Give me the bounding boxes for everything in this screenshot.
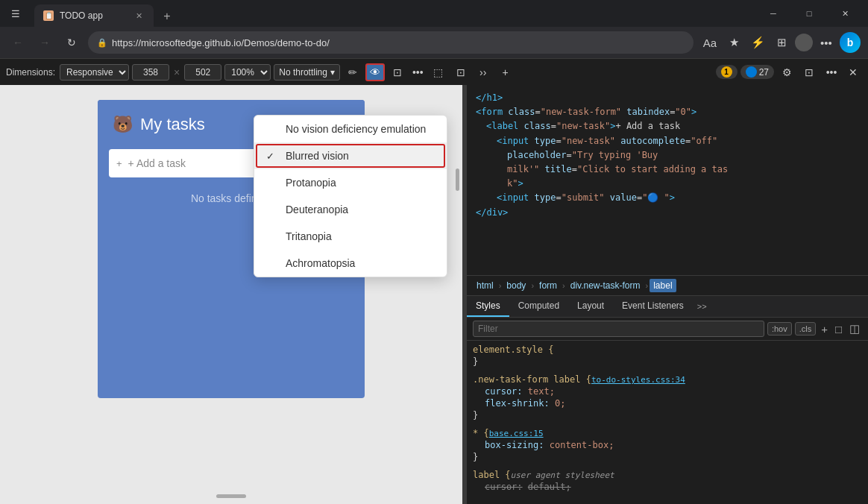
favorites-btn[interactable]: ★ (723, 32, 744, 53)
sidebar-toggle-btn[interactable]: ☰ (6, 4, 25, 22)
cursor-default-line: cursor: default; (485, 481, 862, 493)
devtools-dock-btn[interactable]: ⊡ (799, 63, 819, 81)
tab-event-listeners[interactable]: Event Listeners (613, 296, 693, 317)
bc-sep-4: › (646, 281, 649, 290)
split-screen-btn[interactable]: ⊞ (771, 32, 792, 53)
bc-div[interactable]: div.new-task-form (567, 279, 644, 292)
close-btn[interactable]: ✕ (828, 1, 862, 25)
devtools-more-btn[interactable]: ••• (822, 63, 841, 81)
boxsizing-val: content-box; (550, 440, 614, 450)
edge-copilot-btn[interactable]: b (840, 32, 861, 53)
add-elem-btn[interactable]: + (496, 63, 515, 81)
dimensions-label: Dimensions: (6, 67, 55, 78)
no-vision-item[interactable]: No vision deficiency emulation (254, 116, 447, 142)
bc-form[interactable]: form (535, 279, 561, 292)
address-bar[interactable]: 🔒 https://microsoftedge.github.io/Demos/… (88, 31, 694, 54)
lock-icon: 🔒 (97, 38, 107, 48)
code-line-5: placeholder="Try typing 'Buy (507, 148, 859, 163)
devtools-settings-btn[interactable]: ⚙ (777, 63, 796, 81)
styles-panel: Styles Computed Layout Event Listeners >… (467, 295, 868, 504)
screenshot-btn[interactable]: ⬚ (429, 63, 448, 81)
code-line-8: <input type="submit" value="🔵 "> (497, 191, 859, 205)
minimize-btn[interactable]: ─ (756, 1, 790, 25)
bc-body[interactable]: body (503, 279, 529, 292)
vision-dropdown: No vision deficiency emulation ✓ Blurred… (254, 115, 447, 277)
tab-layout[interactable]: Layout (568, 296, 613, 317)
cls-btn[interactable]: .cls (795, 322, 817, 336)
filter-split-btn[interactable]: ◫ (847, 322, 862, 336)
element-close-brace: } (473, 356, 478, 367)
forward-btn[interactable]: → (34, 32, 55, 53)
code-line-3: <label class="new-task">+ Add a task (486, 119, 859, 133)
bc-html[interactable]: html (473, 279, 497, 292)
breadcrumb: html › body › form › div.new-task-form ›… (467, 275, 868, 295)
blue-badge-btn[interactable]: 27 (740, 65, 774, 79)
filter-box-btn[interactable]: □ (833, 323, 844, 336)
back-btn[interactable]: ← (7, 32, 28, 53)
bc-sep-2: › (531, 281, 534, 290)
bc-label[interactable]: label (650, 279, 676, 292)
code-line-2: <form class="new-task-form" tabindex="0"… (476, 105, 859, 119)
tab-computed[interactable]: Computed (509, 296, 568, 317)
code-line-1: </h1> (476, 91, 859, 105)
newtask-selector: .new-task-form label { (473, 374, 591, 385)
collections-btn[interactable]: ⚡ (747, 32, 768, 53)
profile-btn[interactable] (795, 34, 813, 51)
vision-deficiency-btn[interactable]: 👁 (365, 63, 385, 81)
no-vision-label: No vision deficiency emulation (286, 123, 426, 135)
devtools-right-btns: 1 27 ⚙ ⊡ ••• ✕ (716, 63, 862, 81)
tab-favicon: 📋 (43, 10, 54, 21)
vertical-scrollbar[interactable] (456, 168, 459, 191)
tab-close-btn[interactable]: ✕ (133, 10, 145, 22)
star-source[interactable]: base.css:15 (489, 429, 544, 438)
tab-more[interactable]: >> (693, 297, 711, 315)
height-input[interactable] (184, 64, 221, 81)
label-source: user agent stylesheet (511, 470, 614, 480)
horizontal-scrollbar[interactable] (216, 494, 246, 498)
orange-badge-btn[interactable]: 1 (716, 65, 738, 79)
throttle-select[interactable]: No throttling ▾ (274, 64, 340, 81)
star-close-brace: } (473, 452, 478, 462)
devtools-toolbar: Dimensions: Responsive × 100% No throttl… (0, 58, 868, 85)
tritanopia-item[interactable]: Tritanopia (254, 223, 447, 250)
throttle-arrow: ▾ (330, 67, 335, 78)
responsive-select[interactable]: Responsive (60, 64, 129, 81)
read-aloud-btn[interactable]: Aa (699, 32, 720, 53)
element-selector: element.style { (473, 344, 553, 355)
new-tab-btn[interactable]: + (157, 6, 177, 27)
code-line-6: milk'" title="Click to start adding a ta… (507, 163, 859, 177)
filter-add-btn[interactable]: + (819, 323, 830, 336)
nav-right-buttons: Aa ★ ⚡ ⊞ ••• b (699, 32, 861, 53)
achromatopsia-item[interactable]: Achromatopsia (254, 250, 447, 277)
paint-icon-btn[interactable]: ✏ (343, 63, 362, 81)
blurred-vision-item[interactable]: ✓ Blurred vision (254, 142, 447, 169)
flex-shrink-line: flex-shrink: 0; (485, 397, 862, 409)
hover-btn[interactable]: :hov (767, 322, 792, 336)
zoom-select[interactable]: 100% (224, 64, 271, 81)
active-tab[interactable]: 📋 TODO app ✕ (34, 4, 154, 27)
tab-styles[interactable]: Styles (467, 296, 509, 317)
deuteranopia-item[interactable]: Deuteranopia (254, 196, 447, 223)
device-toggle-btn[interactable]: ⊡ (388, 63, 407, 81)
element-close-line: } (473, 356, 862, 368)
html-code-area: </h1> <form class="new-task-form" tabind… (467, 85, 868, 275)
devtools-close-btn[interactable]: ✕ (844, 63, 862, 81)
boxsizing-prop: box-sizing: (485, 440, 544, 450)
newtask-source[interactable]: to-do-styles.css:34 (591, 375, 685, 385)
cursor-prop-line: cursor: text; (485, 385, 862, 397)
more-btn2[interactable]: ›› (474, 63, 493, 81)
more-options-btn[interactable]: ••• (410, 66, 426, 78)
maximize-btn[interactable]: □ (792, 1, 826, 25)
newtask-label-rule: .new-task-form label { to-do-styles.css:… (473, 374, 862, 421)
element-selector-line: element.style { (473, 344, 862, 356)
cursor-val: text; (528, 386, 555, 397)
protanopia-item[interactable]: Protanopia (254, 169, 447, 196)
inspector-btn[interactable]: ⊡ (451, 63, 471, 81)
eye-icon: 👁 (370, 66, 380, 78)
filter-input[interactable] (473, 321, 764, 337)
refresh-btn[interactable]: ↻ (61, 32, 82, 53)
settings-more-btn[interactable]: ••• (816, 32, 837, 53)
width-input[interactable] (132, 64, 169, 81)
cursor-default-val: default; (528, 482, 571, 492)
flex-shrink-val: 0; (555, 398, 565, 409)
